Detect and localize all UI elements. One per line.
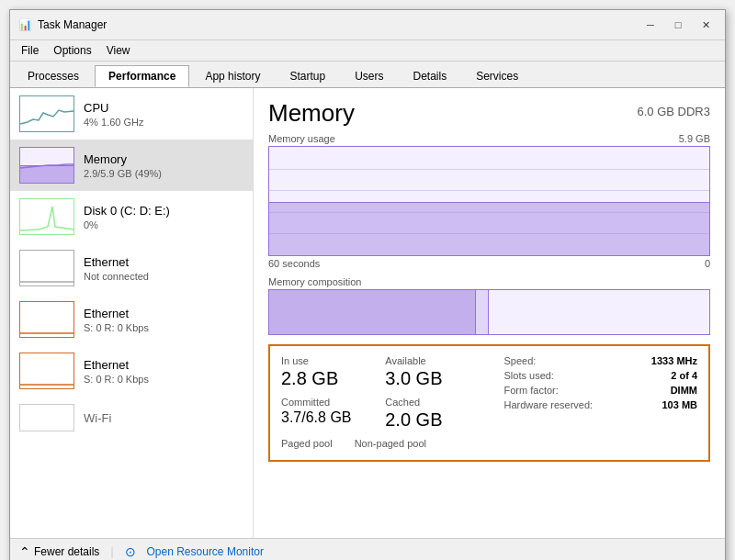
ethernet2-info: Ethernet S: 0 R: 0 Kbps [84,307,149,333]
speed-value: 1333 MHz [601,355,697,366]
memory-graph-fill [269,202,709,255]
app-icon: 📊 [17,17,32,32]
comp-standby [489,290,709,334]
sidebar-item-wifi[interactable]: Wi-Fi [10,397,253,439]
tab-details[interactable]: Details [399,65,460,87]
tab-bar: Processes Performance App history Startu… [10,62,725,88]
cpu-info: CPU 4% 1.60 GHz [84,101,143,128]
panel-header: Memory 6.0 GB DDR3 [268,99,710,128]
memory-usage-graph [268,146,710,256]
composition-label-row: Memory composition [268,276,710,287]
tab-users[interactable]: Users [341,65,397,87]
sidebar-item-cpu[interactable]: CPU 4% 1.60 GHz [10,88,253,140]
pool-row: Paged pool Non-paged pool [281,438,490,451]
chevron-up-icon: ⌃ [19,544,30,559]
slots-value: 2 of 4 [601,370,697,381]
minimize-button[interactable]: ─ [639,16,662,34]
sidebar-item-disk[interactable]: Disk 0 (C: D: E:) 0% [10,191,253,242]
in-use-label: In use [281,355,385,366]
maximize-button[interactable]: □ [666,16,690,34]
resource-monitor-icon: ⊙ [125,544,136,559]
slots-label: Slots used: [504,370,601,381]
usage-label: Memory usage [268,133,335,144]
resource-monitor-link[interactable]: Open Resource Monitor [147,545,264,558]
committed-label: Committed [281,397,385,408]
ethernet1-label: Ethernet [84,255,149,269]
ethernet1-thumbnail [19,250,74,286]
content-area: CPU 4% 1.60 GHz Memory 2.9/5.9 GB (49%) [10,88,725,538]
memory-usage-section: Memory usage 5.9 GB 60 seconds 0 [268,133,710,269]
ethernet1-sublabel: Not connected [84,271,149,282]
task-manager-window: 📊 Task Manager ─ □ ✕ File Options View P… [9,9,726,560]
non-paged-pool-label: Non-paged pool [355,438,426,449]
panel-subtitle: 6.0 GB DDR3 [638,105,710,118]
stat-cached: Cached 2.0 GB [385,397,489,431]
form-label: Form factor: [504,385,601,396]
menu-options[interactable]: Options [46,42,98,59]
menu-file[interactable]: File [14,42,46,59]
form-value: DIMM [601,385,697,396]
wifi-thumbnail [19,404,74,431]
menu-view[interactable]: View [99,42,138,59]
right-specs: Speed: 1333 MHz Slots used: 2 of 4 Form … [490,355,698,431]
ethernet2-thumbnail [19,301,74,338]
cpu-sublabel: 4% 1.60 GHz [84,117,143,128]
tab-services[interactable]: Services [462,65,532,87]
disk-thumbnail [19,198,74,235]
panel-title-group: Memory [268,99,355,128]
title-bar: 📊 Task Manager ─ □ ✕ [10,10,725,40]
window-title: Task Manager [38,18,639,31]
composition-graph [268,289,710,335]
sidebar: CPU 4% 1.60 GHz Memory 2.9/5.9 GB (49%) [10,88,254,538]
memory-composition-section: Memory composition [268,276,710,335]
cached-label: Cached [385,397,489,408]
memory-thumbnail [19,147,74,184]
cpu-label: CPU [84,101,143,115]
bottom-bar: ⌃ Fewer details | ⊙ Open Resource Monito… [10,538,725,560]
menu-bar: File Options View [10,40,725,62]
available-label: Available [385,355,489,366]
window-controls: ─ □ ✕ [639,16,718,34]
wifi-info: Wi-Fi [84,411,111,425]
speed-label: Speed: [504,355,601,366]
disk-sublabel: 0% [84,219,170,230]
sidebar-item-ethernet3[interactable]: Ethernet S: 0 R: 0 Kbps [10,345,253,397]
grid-line-1 [269,169,709,170]
composition-label: Memory composition [268,276,361,287]
sidebar-item-ethernet1[interactable]: Ethernet Not connected [10,242,253,294]
cpu-thumbnail [19,95,74,132]
paged-pool-label: Paged pool [281,438,333,449]
panel-title: Memory [268,99,355,128]
ethernet3-info: Ethernet S: 0 R: 0 Kbps [84,358,149,385]
tab-app-history[interactable]: App history [191,65,274,87]
available-value: 3.0 GB [385,368,489,389]
tab-startup[interactable]: Startup [276,65,339,87]
separator: | [110,545,113,558]
tab-performance[interactable]: Performance [95,65,189,87]
ethernet3-sublabel: S: 0 R: 0 Kbps [84,374,149,385]
ethernet2-sublabel: S: 0 R: 0 Kbps [84,322,149,333]
sidebar-item-memory[interactable]: Memory 2.9/5.9 GB (49%) [10,140,253,191]
fewer-details-label: Fewer details [34,545,99,558]
ethernet1-info: Ethernet Not connected [84,255,149,282]
sidebar-item-ethernet2[interactable]: Ethernet S: 0 R: 0 Kbps [10,294,253,345]
disk-label: Disk 0 (C: D: E:) [84,204,170,218]
usage-value: 5.9 GB [679,133,710,144]
comp-modified [476,290,489,334]
stat-available: Available 3.0 GB [385,355,489,389]
stats-box: In use 2.8 GB Available 3.0 GB Speed: 13… [268,344,710,462]
hardware-value: 103 MB [601,399,697,410]
stat-committed: Committed 3.7/6.8 GB [281,397,385,431]
graph-time-row: 60 seconds 0 [268,258,710,269]
ethernet3-label: Ethernet [84,358,149,372]
usage-label-row: Memory usage 5.9 GB [268,133,710,144]
tab-processes[interactable]: Processes [14,65,93,87]
memory-sublabel: 2.9/5.9 GB (49%) [84,168,162,179]
ethernet3-thumbnail [19,353,74,389]
cached-value: 2.0 GB [385,409,489,431]
close-button[interactable]: ✕ [694,16,718,34]
stat-in-use: In use 2.8 GB [281,355,385,389]
disk-info: Disk 0 (C: D: E:) 0% [84,204,170,230]
ethernet2-label: Ethernet [84,307,149,320]
fewer-details-button[interactable]: ⌃ Fewer details [19,544,99,559]
